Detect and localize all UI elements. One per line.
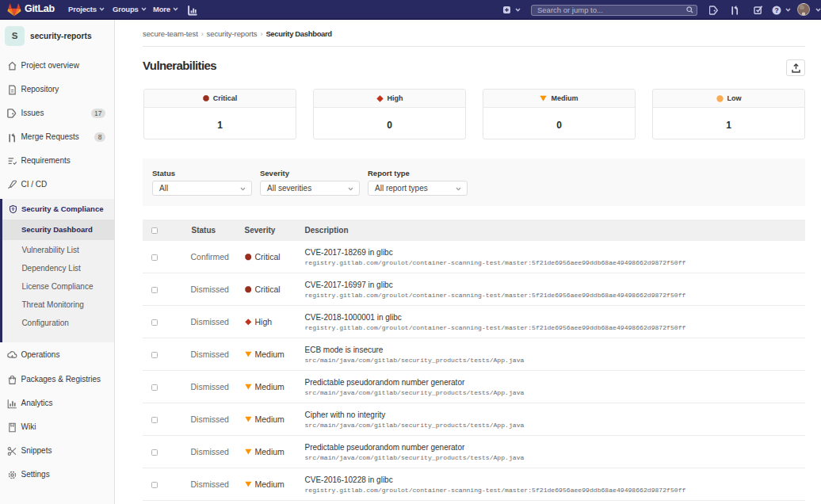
- svg-text:?: ?: [774, 6, 778, 13]
